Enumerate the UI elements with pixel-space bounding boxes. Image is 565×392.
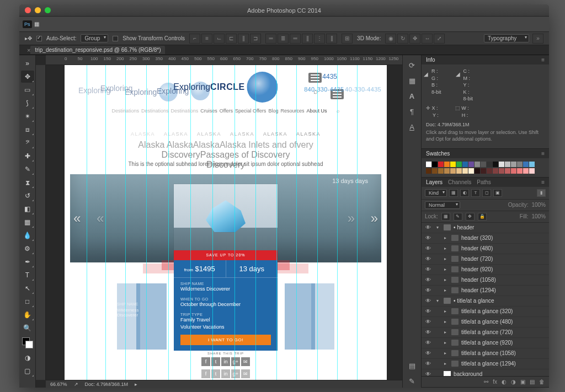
filter-toggle[interactable]: ▮	[537, 189, 546, 197]
lock-paint-icon[interactable]: ✎	[454, 213, 462, 221]
layer-row[interactable]: 👁▸title/at a glance (720)	[422, 327, 549, 338]
brush-presets-panel-icon[interactable]: ✎	[406, 374, 419, 388]
zoom-value[interactable]: 66.67%	[50, 382, 67, 387]
status-chevron-icon[interactable]: ▸	[135, 382, 137, 387]
layer-row[interactable]: 👁▸title/at a glance (920)	[422, 338, 549, 348]
swatch-grid[interactable]	[426, 162, 545, 174]
layer-row[interactable]: 👁▸title/at a glance (480)	[422, 317, 549, 327]
wand-tool[interactable]: ✴	[21, 110, 34, 122]
guides-panel-icon[interactable]: ▦	[406, 74, 419, 87]
layer-mask-icon[interactable]: ◐	[502, 379, 507, 385]
layers-tab[interactable]: Layers	[426, 179, 443, 185]
layer-row[interactable]: 👁▸title/at a glance (1294)	[422, 359, 549, 369]
link-layers-icon[interactable]: ⚯	[484, 379, 488, 385]
dist-hc-icon[interactable]: ⋮	[314, 34, 325, 44]
group-icon[interactable]: ▣	[520, 379, 525, 385]
filter-smart-icon[interactable]: ▣	[493, 189, 502, 197]
layer-row[interactable]: 👁▸header (1058)	[422, 275, 549, 286]
dist-top-icon[interactable]: ═	[265, 34, 276, 44]
lock-move-icon[interactable]: ✥	[466, 213, 475, 221]
scale3d-icon[interactable]: ⤢	[434, 34, 445, 44]
layer-row[interactable]: 👁▸title/at a glance (320)	[422, 307, 549, 317]
new-layer-icon[interactable]: ▤	[530, 379, 535, 385]
filter-shape-icon[interactable]: ◻	[482, 189, 491, 197]
blend-mode-dropdown[interactable]: Normal	[425, 201, 460, 209]
filter-pixel-icon[interactable]: ▦	[449, 189, 458, 197]
document-tab[interactable]: trip_destination_responsive.psd @ 66.7% …	[30, 46, 165, 54]
align-hcenter-icon[interactable]: ‖	[238, 34, 249, 44]
expand-tools-icon[interactable]: »	[21, 57, 34, 69]
dodge-tool[interactable]: ⚙	[21, 243, 34, 255]
auto-align-icon[interactable]: ⊞	[342, 34, 353, 44]
align-top-icon[interactable]: ⌐	[189, 34, 200, 44]
color-swap-icon[interactable]	[21, 335, 34, 351]
gradient-tool[interactable]: ▦	[21, 216, 34, 228]
align-left-icon[interactable]: ⊏	[226, 34, 237, 44]
trash-icon[interactable]: 🗑	[539, 379, 545, 385]
charstyles-panel-icon[interactable]: A	[406, 120, 419, 133]
hand-tool[interactable]: ✋	[21, 309, 34, 321]
ruler-horizontal[interactable]: 0501001502002503003504004505005506006507…	[46, 55, 402, 65]
layer-row[interactable]: 👁▸header (720)	[422, 254, 549, 265]
panel-menu-icon[interactable]: ≡	[541, 179, 545, 185]
layer-tree[interactable]: 👁▾• header👁▸header (320)👁▸header (480)👁▸…	[422, 223, 549, 376]
ruler-vertical[interactable]	[36, 65, 46, 380]
panel-menu-icon[interactable]: ≡	[541, 57, 545, 63]
layer-row[interactable]: 👁▸header (1294)	[422, 286, 549, 296]
dist-bot-icon[interactable]: ═	[290, 34, 301, 44]
opacity-value[interactable]: 100%	[531, 202, 546, 208]
adjustment-layer-icon[interactable]: ◑	[511, 379, 516, 385]
lasso-tool[interactable]: ⟆	[21, 97, 34, 109]
roll-icon[interactable]: ↻	[397, 34, 408, 44]
canvas[interactable]: Exploring Exploring Exploring Exploring …	[46, 65, 402, 380]
eraser-tool[interactable]: ◧	[21, 203, 34, 215]
fill-value[interactable]: 100%	[531, 213, 546, 219]
layer-row[interactable]: 👁▸header (920)	[422, 265, 549, 275]
paragraph-panel-icon[interactable]: ¶	[406, 105, 419, 118]
type-tool[interactable]: T	[21, 269, 34, 281]
layer-filter-dropdown[interactable]: Kind	[425, 189, 447, 197]
bridge-icon[interactable]: ▦	[34, 21, 39, 27]
slide-icon[interactable]: ↔	[422, 34, 433, 44]
align-vcenter-icon[interactable]: ≡	[201, 34, 212, 44]
align-bottom-icon[interactable]: ⌙	[214, 34, 225, 44]
info-tab[interactable]: Info	[426, 57, 435, 63]
swatches-tab[interactable]: Swatches	[426, 151, 450, 157]
layer-row[interactable]: 👁▾• header	[422, 223, 549, 233]
character-panel-icon[interactable]: A	[406, 89, 419, 103]
autoselect-checkbox[interactable]	[36, 36, 42, 41]
workspace-dropdown[interactable]: Typography	[484, 34, 529, 42]
brush-tool[interactable]: ✎	[21, 163, 34, 175]
align-right-icon[interactable]: ⊐	[250, 34, 261, 44]
layer-row[interactable]: 👁▾• title/at a glance	[422, 296, 549, 307]
blur-tool[interactable]: 💧	[21, 229, 34, 241]
minimize-icon[interactable]	[35, 7, 41, 13]
show-transform-checkbox[interactable]	[113, 36, 118, 41]
path-tool[interactable]: ↖	[21, 282, 34, 294]
lock-all-icon[interactable]: 🔒	[478, 213, 487, 221]
layer-row[interactable]: 👁▸header (480)	[422, 244, 549, 254]
filter-adjust-icon[interactable]: ◐	[460, 189, 469, 197]
crop-tool[interactable]: ⧈	[21, 123, 34, 136]
brushes-panel-icon[interactable]: ▤	[406, 359, 419, 372]
close-icon[interactable]	[25, 7, 31, 13]
autoselect-mode-dropdown[interactable]: Group	[81, 34, 108, 42]
eyedrop-tool[interactable]: 𝄢	[21, 137, 34, 149]
pan-icon[interactable]: ✥	[409, 34, 420, 44]
expand-icon[interactable]: »	[532, 34, 543, 44]
marquee-tool[interactable]: ▭	[21, 84, 34, 96]
file-export-icon[interactable]: ↗	[74, 382, 78, 387]
move-tool[interactable]: ✥	[21, 71, 34, 83]
shape-tool[interactable]: □	[21, 296, 34, 308]
layer-row[interactable]: 👁background	[422, 369, 549, 376]
stamp-tool[interactable]: ⧗	[21, 176, 34, 189]
zoom-tool[interactable]: 🔍	[21, 322, 34, 334]
history-brush-tool[interactable]: ↺	[21, 190, 34, 202]
orbit-icon[interactable]: ◉	[385, 34, 396, 44]
quickmask-icon[interactable]: ◑	[21, 352, 34, 364]
paths-tab[interactable]: Paths	[477, 179, 491, 185]
dist-vc-icon[interactable]: ≣	[278, 34, 289, 44]
panel-menu-icon[interactable]: ≡	[541, 151, 545, 157]
lock-transparent-icon[interactable]: ▦	[441, 213, 450, 221]
layer-row[interactable]: 👁▸header (320)	[422, 233, 549, 244]
